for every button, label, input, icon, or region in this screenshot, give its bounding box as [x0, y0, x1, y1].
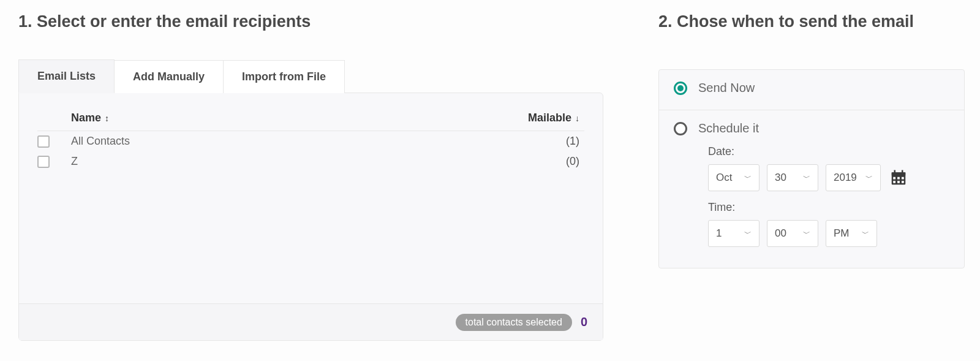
email-lists-panel: Name ↕ Mailable ↓ All Contacts (1) Z: [18, 93, 603, 341]
chevron-down-icon: ﹀: [862, 229, 869, 239]
svg-rect-6: [902, 177, 904, 180]
year-select[interactable]: 2019 ﹀: [826, 164, 881, 191]
tab-add-manually[interactable]: Add Manually: [114, 60, 224, 93]
step1-title: 1. Select or enter the email recipients: [18, 12, 622, 31]
svg-rect-3: [902, 170, 903, 173]
send-now-label: Send Now: [698, 81, 755, 95]
radio-unselected-icon[interactable]: [674, 122, 687, 135]
selected-count: 0: [581, 315, 587, 329]
schedule-it-label: Schedule it: [698, 121, 759, 135]
panel-footer: total contacts selected 0: [19, 303, 603, 340]
day-select[interactable]: 30 ﹀: [767, 164, 818, 191]
sort-updown-icon[interactable]: ↕: [105, 113, 109, 123]
col-name-label[interactable]: Name: [71, 112, 101, 124]
minute-select[interactable]: 00 ﹀: [767, 220, 818, 247]
month-select[interactable]: Oct ﹀: [708, 164, 760, 191]
row-checkbox[interactable]: [37, 156, 50, 168]
minute-value: 00: [775, 227, 786, 240]
svg-rect-9: [902, 181, 904, 183]
table-row: All Contacts (1): [37, 131, 584, 151]
table-header: Name ↕ Mailable ↓: [37, 105, 584, 131]
tab-email-lists[interactable]: Email Lists: [18, 59, 115, 93]
tab-import-file[interactable]: Import from File: [223, 60, 345, 93]
day-value: 30: [775, 172, 786, 184]
svg-rect-7: [893, 181, 895, 183]
schedule-panel: Send Now Schedule it Date: Oct ﹀ 30 ﹀: [658, 69, 965, 268]
chevron-down-icon: ﹀: [803, 173, 810, 183]
svg-rect-8: [897, 181, 900, 183]
row-name: Z: [71, 155, 511, 168]
selected-pill: total contacts selected: [456, 314, 572, 331]
time-label: Time:: [708, 201, 949, 214]
chevron-down-icon: ﹀: [744, 173, 752, 183]
recipient-tabs: Email Lists Add Manually Import from Fil…: [18, 59, 622, 93]
row-checkbox[interactable]: [37, 135, 50, 148]
schedule-it-option[interactable]: Schedule it: [674, 121, 949, 135]
hour-value: 1: [716, 227, 722, 240]
calendar-icon[interactable]: [888, 167, 909, 188]
svg-rect-5: [897, 177, 900, 180]
sort-down-icon[interactable]: ↓: [575, 113, 579, 123]
chevron-down-icon: ﹀: [865, 173, 873, 183]
send-now-option[interactable]: Send Now: [674, 81, 949, 95]
svg-rect-2: [894, 170, 896, 173]
ampm-value: PM: [834, 227, 850, 240]
row-mailable: (1): [511, 135, 584, 148]
row-name: All Contacts: [71, 135, 511, 148]
ampm-select[interactable]: PM ﹀: [826, 220, 877, 247]
step2-title: 2. Chose when to send the email: [658, 12, 965, 31]
chevron-down-icon: ﹀: [803, 229, 810, 239]
col-mailable-label[interactable]: Mailable: [528, 112, 571, 124]
month-value: Oct: [716, 172, 732, 184]
date-label: Date:: [708, 145, 949, 158]
radio-selected-icon[interactable]: [674, 82, 687, 95]
svg-rect-4: [893, 177, 895, 180]
row-mailable: (0): [511, 155, 584, 168]
year-value: 2019: [834, 172, 857, 184]
hour-select[interactable]: 1 ﹀: [708, 220, 760, 247]
table-row: Z (0): [37, 151, 584, 172]
svg-rect-1: [892, 172, 906, 175]
chevron-down-icon: ﹀: [744, 229, 752, 239]
